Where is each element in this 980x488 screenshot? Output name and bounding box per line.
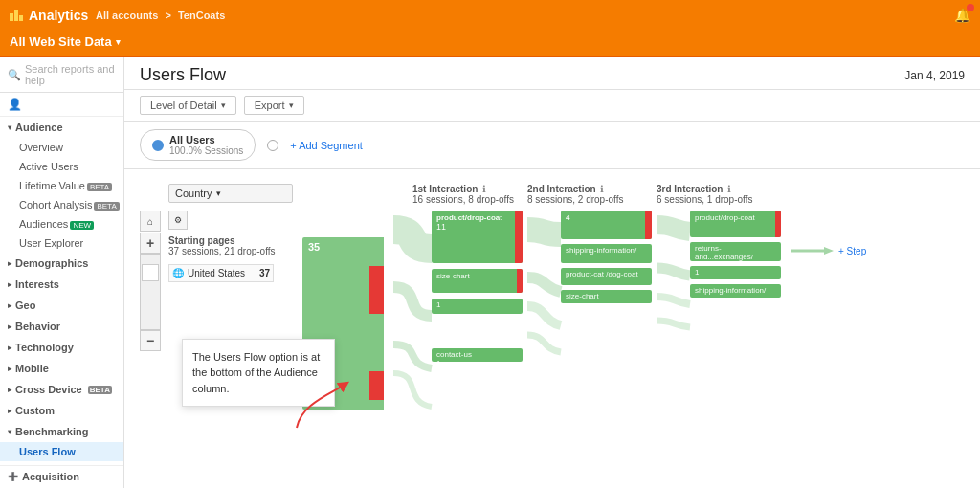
drop-bar-main xyxy=(369,266,384,314)
chevron-right-icon6: ▸ xyxy=(8,365,11,373)
node-1-3-count: 1 xyxy=(436,300,518,309)
starting-pages-subtitle: 37 sessions, 21 drop-offs xyxy=(168,246,276,256)
interaction-2-column: 2nd Interaction ℹ 8 sessions, 2 drop-off… xyxy=(527,184,652,450)
sidebar-item-user-explorer[interactable]: User Explorer xyxy=(0,233,123,253)
sidebar-section-demographics[interactable]: ▸ Demographics xyxy=(0,253,123,274)
node-1-2-label: size-chart xyxy=(436,272,518,280)
node-3-2[interactable]: returns-and...exchanges/ xyxy=(690,242,781,261)
next-step-area: + Step xyxy=(791,241,866,260)
bar-count: 35 xyxy=(302,237,384,256)
node-2-1-count: 4 xyxy=(566,213,647,222)
node-1-4-count: 1 xyxy=(436,359,518,367)
country-select-dropdown[interactable]: Country ▾ xyxy=(168,184,293,203)
sidebar-section-geo[interactable]: ▸ Geo xyxy=(0,295,123,316)
us-label: United States xyxy=(188,268,245,278)
main-layout: 🔍 Search reports and help 👤 ▾ Audience O… xyxy=(0,57,980,488)
connector-svg-3 xyxy=(657,211,690,402)
export-chevron-icon: ▾ xyxy=(289,100,294,110)
sidebar-section-audience-header[interactable]: ▾ Audience xyxy=(0,117,123,138)
node-1-1-drop xyxy=(515,211,523,263)
segment-dot-empty xyxy=(267,140,278,151)
drop-bar-main2 xyxy=(369,371,384,400)
node-3-1[interactable]: product/drop-coat xyxy=(690,211,781,237)
node-1-2[interactable]: size-chart xyxy=(432,269,523,293)
interaction3-subtitle: 6 sessions, 1 drop-offs xyxy=(657,194,752,205)
sidebar-section-custom[interactable]: ▸ Custom xyxy=(0,400,123,421)
node-1-1-label: product/drop-coat xyxy=(436,213,518,222)
user-row: 👤 xyxy=(0,93,123,117)
interaction2-info-icon: ℹ xyxy=(600,184,604,194)
interaction1-info-icon: ℹ xyxy=(482,184,486,194)
dropdown-chevron-icon: ▾ xyxy=(116,37,121,47)
sidebar-item-users-flow[interactable]: Users Flow xyxy=(0,442,123,461)
new-badge: NEW xyxy=(70,221,94,230)
node-3-2-label: returns-and...exchanges/ xyxy=(695,244,776,261)
zoom-in-button[interactable]: + xyxy=(140,233,161,254)
interaction1-title: 1st Interaction xyxy=(412,184,478,194)
search-bar[interactable]: 🔍 Search reports and help xyxy=(0,57,123,93)
zoom-handle[interactable] xyxy=(142,264,159,281)
next-step-link[interactable]: + Step xyxy=(838,246,866,256)
sidebar-item-audiences[interactable]: AudiencesNEW xyxy=(0,214,123,233)
sidebar-section-mobile[interactable]: ▸ Mobile xyxy=(0,358,123,379)
interaction2-nodes: 4 shipping-information/ product-cat /dog… xyxy=(527,211,652,450)
node-2-4[interactable]: size-chart xyxy=(561,290,652,303)
sidebar-section-behavior[interactable]: ▸ Behavior xyxy=(0,316,123,337)
sidebar-section-benchmarking[interactable]: ▾ Benchmarking xyxy=(0,421,123,442)
nodes-col-1: product/drop-coat 11 size-chart xyxy=(432,211,523,362)
add-segment-link[interactable]: + Add Segment xyxy=(290,140,363,151)
node-3-4[interactable]: shipping-information/ xyxy=(690,284,781,298)
view-selector[interactable]: All Web Site Data ▾ xyxy=(10,34,121,49)
node-2-2[interactable]: shipping-information/ xyxy=(561,244,652,263)
flag-icon: 🌐 xyxy=(172,268,184,278)
node-1-4[interactable]: contact-us 1 xyxy=(432,348,523,362)
starting-column: Country ▾ ⚙ Starting pages 37 sessions, … xyxy=(168,184,293,282)
sidebar-section-cross-device[interactable]: ▸ Cross Device BETA xyxy=(0,379,123,400)
map-nav: ⌂ + − xyxy=(140,211,161,351)
sidebar-item-cohort-analysis[interactable]: Cohort AnalysisBETA xyxy=(0,195,123,214)
plus-icon: ➕ xyxy=(8,472,18,481)
sidebar-section-audience: ▾ Audience Overview Active Users Lifetim… xyxy=(0,117,123,253)
node-2-1-drop xyxy=(645,211,652,239)
segment-dot-1 xyxy=(152,140,164,151)
cross-device-beta-badge: BETA xyxy=(88,386,112,394)
nav-home-button[interactable]: ⌂ xyxy=(140,211,161,232)
segment-1[interactable]: All Users 100.0% Sessions xyxy=(140,129,256,161)
zoom-out-button[interactable]: − xyxy=(140,330,161,351)
node-2-3[interactable]: product-cat /dog-coat xyxy=(561,268,652,285)
node-2-1[interactable]: 4 xyxy=(561,211,652,239)
nodes-col-2: 4 shipping-information/ product-cat /dog… xyxy=(561,211,652,303)
level-of-detail-button[interactable]: Level of Detail ▾ xyxy=(140,96,236,115)
settings-icon[interactable]: ⚙ xyxy=(168,211,188,230)
zoom-slider[interactable] xyxy=(140,254,161,330)
bottom-nav: ➕ Acquisition 💡 Discover ⚙ Admin xyxy=(0,465,123,488)
toolbar-chevron-icon: ▾ xyxy=(221,100,226,110)
beta-badge-cohort: BETA xyxy=(94,202,119,211)
date-range: Jan 4, 2019 xyxy=(904,69,965,82)
node-2-4-label: size-chart xyxy=(566,292,647,300)
sidebar-section-technology[interactable]: ▸ Technology xyxy=(0,337,123,358)
connector-svg-1 xyxy=(393,211,432,450)
sidebar-item-active-users[interactable]: Active Users xyxy=(0,157,123,176)
notification-bell-icon[interactable]: 🔔 xyxy=(954,8,970,23)
continuation-arrow xyxy=(791,241,838,260)
sidebar-item-overview[interactable]: Overview xyxy=(0,138,123,157)
sidebar: 🔍 Search reports and help 👤 ▾ Audience O… xyxy=(0,57,124,488)
united-states-node[interactable]: 🌐 United States 37 xyxy=(168,264,274,282)
search-icon: 🔍 xyxy=(8,69,21,81)
sidebar-item-lifetime-value[interactable]: Lifetime ValueBETA xyxy=(0,176,123,195)
node-1-3[interactable]: 1 xyxy=(432,299,523,314)
node-3-3-count: 1 xyxy=(695,268,776,277)
sidebar-section-acquisition[interactable]: ➕ Acquisition xyxy=(0,466,123,487)
svg-marker-1 xyxy=(824,247,834,255)
export-button[interactable]: Export ▾ xyxy=(244,96,304,115)
node-3-3[interactable]: 1 xyxy=(690,266,781,279)
chevron-right-icon2: ▸ xyxy=(8,280,11,289)
breadcrumb: All accounts > TenCoats xyxy=(96,10,954,21)
home-icon: ⌂ xyxy=(147,216,153,227)
select-chevron-icon: ▾ xyxy=(216,189,221,198)
sidebar-section-interests[interactable]: ▸ Interests xyxy=(0,274,123,295)
interaction-1-column: 1st Interaction ℹ 16 sessions, 8 drop-of… xyxy=(393,184,523,450)
beta-badge: BETA xyxy=(87,183,112,191)
node-1-1[interactable]: product/drop-coat 11 xyxy=(432,211,523,263)
